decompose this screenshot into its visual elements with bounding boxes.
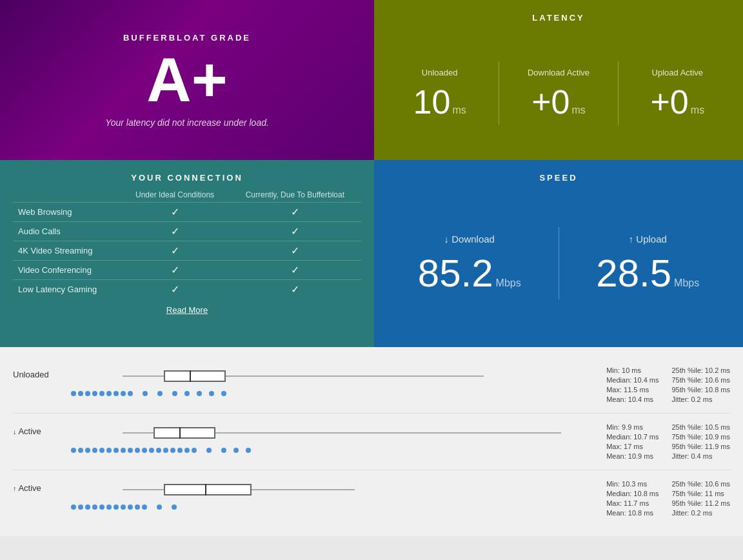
dot (135, 505, 140, 510)
dot (85, 448, 90, 453)
dot (106, 505, 112, 510)
dot (170, 448, 175, 453)
dot (172, 391, 177, 396)
stat-metrics: Min: 9.9 msMedian: 10.7 msMax: 17 msMean… (606, 423, 730, 460)
row-ideal: ✓ (121, 222, 228, 241)
connection-panel: YOUR CONNECTION Under Ideal Conditions C… (0, 160, 374, 347)
row-label: 4K Video Streaming (13, 241, 121, 261)
row-ideal: ✓ (121, 241, 228, 261)
row-ideal: ✓ (121, 203, 228, 222)
speed-columns: ↓ Download 85.2 Mbps ↑ Upload 28.5 Mbps (381, 192, 737, 334)
stat-chart-area (71, 480, 587, 512)
table-row: Audio Calls ✓ ✓ (13, 222, 361, 241)
table-row: 4K Video Streaming ✓ ✓ (13, 241, 361, 261)
latency-col-unloaded: Unloaded 10 ms (381, 61, 499, 125)
dot (85, 505, 90, 510)
dot (92, 448, 97, 453)
speed-download-col: ↓ Download 85.2 Mbps (381, 227, 559, 299)
dot (209, 391, 214, 396)
dot (142, 505, 147, 510)
metric-item: Jitter: 0.2 ms (672, 509, 731, 517)
dots-row (71, 505, 587, 512)
latency-unloaded-value: 10 ms (413, 85, 466, 119)
dot (78, 448, 83, 453)
dot (78, 505, 83, 510)
boxplot-median (205, 484, 206, 495)
row-label: Audio Calls (13, 222, 121, 241)
latency-download-value: +0 ms (531, 85, 586, 119)
stat-row: UnloadedMin: 10 msMedian: 10.4 msMax: 11… (13, 357, 730, 414)
speed-upload-unit: Mbps (674, 278, 699, 288)
dot (206, 448, 212, 453)
metric-item: 75th %ile: 10.6 ms (672, 376, 731, 384)
metric-item: Jitter: 0.2 ms (672, 395, 731, 403)
stat-metrics: Min: 10 msMedian: 10.4 msMax: 11.5 msMea… (606, 366, 730, 403)
col-header-label (13, 188, 121, 203)
dot (149, 448, 154, 453)
stat-label: ↑ Active (13, 480, 71, 493)
dot (71, 391, 76, 396)
metric-item: 25th %ile: 10.2 ms (672, 366, 731, 374)
metric-item: Median: 10.8 ms (606, 490, 659, 497)
latency-download-label: Download Active (528, 68, 589, 77)
metric-item: 95th %ile: 11.9 ms (672, 443, 731, 450)
stat-chart-area (71, 423, 587, 455)
row-current: ✓ (229, 203, 361, 222)
metric-item: Mean: 10.8 ms (606, 509, 659, 517)
metric-item: 25th %ile: 10.5 ms (672, 423, 731, 431)
metrics-left-col: Min: 10 msMedian: 10.4 msMax: 11.5 msMea… (606, 366, 659, 403)
row-current: ✓ (229, 241, 361, 261)
boxplot-box (164, 370, 226, 382)
dot (128, 505, 133, 510)
speed-upload-label: ↑ Upload (629, 234, 667, 245)
latency-panel: LATENCY Unloaded 10 ms Download Active +… (374, 0, 743, 160)
metrics-left-col: Min: 9.9 msMedian: 10.7 msMax: 17 msMean… (606, 423, 659, 460)
dot (106, 448, 112, 453)
boxplot-box (154, 427, 215, 439)
dot (71, 505, 76, 510)
row-current: ✓ (229, 280, 361, 299)
speed-download-label: ↓ Download (444, 234, 495, 245)
boxplot-box (164, 484, 252, 495)
metrics-right-col: 25th %ile: 10.6 ms75th %ile: 11 ms95th %… (672, 480, 731, 517)
latency-columns: Unloaded 10 ms Download Active +0 ms Upl… (381, 32, 737, 154)
metrics-right-col: 25th %ile: 10.2 ms75th %ile: 10.6 ms95th… (672, 366, 731, 403)
arrow-icon: ↓ (13, 428, 17, 435)
dot (99, 505, 104, 510)
connection-title: YOUR CONNECTION (13, 173, 361, 183)
dot (157, 505, 162, 510)
read-more-link[interactable]: Read More (13, 305, 361, 315)
dot (221, 391, 226, 396)
table-row: Video Conferencing ✓ ✓ (13, 261, 361, 280)
dot (71, 448, 76, 453)
row-current: ✓ (229, 222, 361, 241)
speed-upload-value: 28.5 Mbps (596, 254, 699, 293)
dot (99, 448, 104, 453)
dot (142, 448, 147, 453)
row-ideal: ✓ (121, 261, 228, 280)
metric-item: Min: 10.3 ms (606, 480, 659, 488)
dot (121, 391, 126, 396)
speed-upload-col: ↑ Upload 28.5 Mbps (559, 227, 737, 299)
table-row: Low Latency Gaming ✓ ✓ (13, 280, 361, 299)
latency-upload-unit: ms (691, 105, 704, 115)
dot (99, 391, 104, 396)
metric-item: 75th %ile: 11 ms (672, 490, 731, 497)
metric-item: Mean: 10.9 ms (606, 452, 659, 460)
arrow-icon: ↑ (13, 485, 17, 492)
stat-row: ↑ ActiveMin: 10.3 msMedian: 10.8 msMax: … (13, 470, 730, 526)
boxplot-median (179, 427, 181, 439)
dot (172, 505, 177, 510)
dot (221, 448, 226, 453)
latency-download-unit: ms (571, 105, 585, 115)
row-label: Web Browsing (13, 203, 121, 222)
dot (92, 391, 97, 396)
dot (177, 448, 183, 453)
latency-title: LATENCY (381, 13, 737, 23)
dot (85, 391, 90, 396)
metric-item: 25th %ile: 10.6 ms (672, 480, 731, 488)
metrics-left-col: Min: 10.3 msMedian: 10.8 msMax: 11.7 msM… (606, 480, 659, 517)
dot (128, 391, 133, 396)
latency-col-download: Download Active +0 ms (499, 61, 618, 125)
dot (114, 505, 119, 510)
